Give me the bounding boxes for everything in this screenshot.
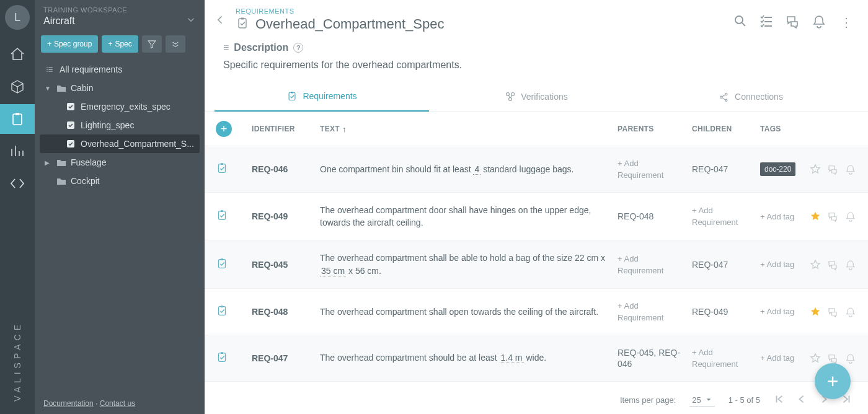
page-first[interactable] — [774, 394, 785, 407]
tree-item-1[interactable]: Emergency_exits_spec — [40, 97, 200, 116]
bell-icon[interactable] — [844, 164, 856, 175]
chat-icon[interactable] — [827, 259, 838, 270]
add-tag-link[interactable]: + Add tag — [760, 307, 794, 316]
star-icon[interactable] — [810, 259, 821, 270]
children-value[interactable]: REQ-047 — [692, 260, 728, 270]
row-identifier[interactable]: REQ-047 — [252, 353, 314, 363]
nav-code[interactable] — [0, 169, 35, 198]
tag-chip[interactable]: doc-220 — [760, 162, 795, 176]
row-identifier[interactable]: REQ-046 — [252, 164, 314, 174]
row-more-menu[interactable]: ⋮ — [862, 351, 868, 365]
tree-item-0[interactable]: ▼Cabin — [40, 79, 200, 97]
col-identifier[interactable]: IDENTIFIER — [252, 125, 314, 133]
add-tag-link[interactable]: + Add tag — [760, 260, 794, 269]
nav-analysis[interactable] — [0, 136, 35, 166]
chat-icon[interactable] — [785, 14, 800, 31]
chat-icon[interactable] — [827, 306, 838, 317]
star-icon[interactable] — [810, 164, 821, 175]
contact-link[interactable]: Contact us — [100, 399, 135, 408]
tree-item-5[interactable]: Cockpit — [40, 172, 200, 190]
row-doc-icon[interactable] — [216, 304, 246, 319]
row-more-menu[interactable]: ⋮ — [862, 305, 868, 319]
sidebar: TRAINING WORKSPACE Aircraft +Spec group … — [35, 0, 205, 414]
bell-icon[interactable] — [844, 259, 856, 270]
chat-icon[interactable] — [827, 211, 838, 222]
checklist-icon[interactable] — [759, 14, 774, 31]
tab-requirements[interactable]: Requirements — [215, 82, 429, 112]
inline-value[interactable]: 1.4 m — [500, 353, 524, 363]
nav-requirements[interactable] — [0, 104, 35, 134]
row-doc-icon[interactable] — [216, 257, 246, 272]
row-doc-icon[interactable] — [216, 209, 246, 224]
star-icon[interactable] — [810, 211, 821, 222]
col-tags[interactable]: TAGS — [760, 125, 804, 133]
nav-components[interactable] — [0, 72, 35, 102]
row-text[interactable]: One compartment bin should fit at least … — [320, 163, 611, 175]
row-identifier[interactable]: REQ-048 — [252, 307, 314, 317]
expand-icon[interactable]: ▼ — [45, 85, 51, 92]
row-text[interactable]: The overhead compartment shall be able t… — [320, 252, 611, 277]
bell-icon[interactable] — [844, 353, 856, 364]
children-value[interactable]: REQ-049 — [692, 307, 728, 317]
col-text[interactable]: TEXT↑ — [320, 125, 611, 134]
help-icon[interactable]: ? — [293, 43, 303, 53]
row-doc-icon[interactable] — [216, 162, 246, 177]
add-row-button[interactable]: + — [216, 121, 232, 137]
tree-item-4[interactable]: ▶Fuselage — [40, 153, 200, 172]
add-tag-link[interactable]: + Add tag — [760, 212, 794, 221]
description-toggle-icon[interactable]: ≡ — [223, 42, 229, 53]
tree-item-3[interactable]: Overhead_Compartment_S... — [40, 134, 200, 153]
filter-button[interactable] — [142, 35, 162, 53]
chat-icon[interactable] — [827, 164, 838, 175]
workspace-dropdown[interactable] — [186, 15, 196, 27]
row-text[interactable]: The overhead compartment shall open towa… — [320, 306, 611, 318]
bell-icon[interactable] — [844, 306, 856, 317]
parents-value[interactable]: REQ-048 — [618, 211, 653, 221]
documentation-link[interactable]: Documentation — [43, 399, 94, 408]
row-identifier[interactable]: REQ-049 — [252, 211, 314, 221]
tab-verifications[interactable]: Verifications — [429, 82, 644, 112]
col-children[interactable]: CHILDREN — [692, 125, 754, 133]
fab-add[interactable]: + — [815, 363, 851, 399]
breadcrumb[interactable]: REQUIREMENTS — [236, 7, 727, 15]
children-value[interactable]: REQ-047 — [692, 164, 728, 174]
add-parent-link[interactable]: + Add Requirement — [618, 254, 663, 275]
parents-value[interactable]: REQ-045, REQ-046 — [618, 348, 680, 369]
add-child-link[interactable]: + Add Requirement — [692, 348, 738, 369]
row-text[interactable]: The overhead compartment should be at le… — [320, 351, 611, 364]
row-more-menu[interactable]: ⋮ — [862, 162, 868, 176]
tree-item-2[interactable]: Lighting_spec — [40, 116, 200, 134]
description-text[interactable]: Specific requirements for the overhead c… — [223, 59, 853, 71]
expand-icon[interactable]: ▶ — [45, 159, 51, 166]
row-identifier[interactable]: REQ-045 — [252, 260, 314, 270]
header-more-menu[interactable]: ⋮ — [837, 15, 856, 30]
row-tags: + Add tag — [760, 211, 804, 222]
search-icon[interactable] — [733, 14, 748, 31]
back-button[interactable] — [212, 11, 229, 29]
add-spec-group-button[interactable]: +Spec group — [41, 35, 98, 53]
add-parent-link[interactable]: + Add Requirement — [618, 159, 663, 180]
row-more-menu[interactable]: ⋮ — [862, 209, 868, 223]
row-more-menu[interactable]: ⋮ — [862, 258, 868, 271]
star-icon[interactable] — [810, 306, 821, 317]
chat-icon[interactable] — [827, 353, 838, 364]
row-doc-icon[interactable] — [216, 351, 246, 366]
bell-icon[interactable] — [811, 14, 826, 31]
page-prev[interactable] — [796, 394, 807, 407]
tab-connections[interactable]: Connections — [644, 82, 858, 112]
inline-value[interactable]: 35 cm — [320, 266, 346, 276]
nav-home[interactable] — [0, 40, 35, 69]
add-child-link[interactable]: + Add Requirement — [692, 206, 738, 227]
star-icon[interactable] — [810, 353, 821, 364]
inline-value[interactable]: 4 — [473, 164, 480, 175]
add-parent-link[interactable]: + Add Requirement — [618, 301, 663, 322]
col-parents[interactable]: PARENTS — [618, 125, 686, 133]
workspace-avatar[interactable]: L — [5, 5, 30, 30]
per-page-select[interactable]: 25 — [689, 394, 714, 407]
collapse-button[interactable] — [166, 35, 185, 53]
tree-root-all[interactable]: All requirements — [40, 60, 200, 79]
bell-icon[interactable] — [844, 211, 856, 222]
row-text[interactable]: The overhead compartment door shall have… — [320, 204, 611, 229]
add-tag-link[interactable]: + Add tag — [760, 353, 794, 363]
add-spec-button[interactable]: +Spec — [102, 35, 138, 53]
